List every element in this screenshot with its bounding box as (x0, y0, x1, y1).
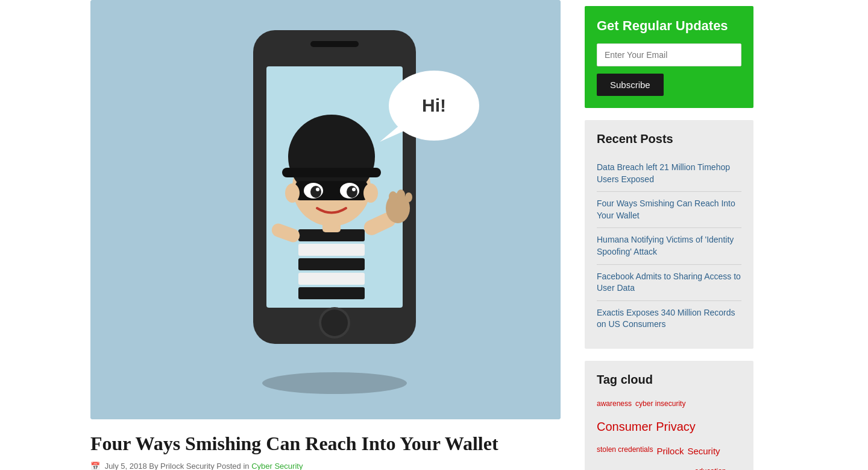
recent-post-item: Four Ways Smishing Can Reach Into Your W… (597, 192, 741, 228)
article-meta-text: July 5, 2018 By Prilock Security Posted … (105, 462, 250, 470)
svg-rect-14 (298, 287, 365, 299)
tag-link[interactable]: Security (687, 442, 720, 460)
sidebar: Get Regular Updates Subscribe Recent Pos… (573, 0, 766, 470)
tag-link[interactable]: education (694, 464, 726, 470)
svg-point-17 (389, 191, 397, 202)
svg-rect-3 (310, 41, 359, 47)
subscribe-button[interactable]: Subscribe (597, 74, 664, 96)
svg-point-6 (262, 372, 407, 394)
tag-cloud-title: Tag cloud (597, 373, 741, 387)
recent-posts-title: Recent Posts (597, 132, 741, 146)
tag-link[interactable]: Consumer (597, 414, 652, 439)
calendar-icon: 📅 (90, 462, 100, 470)
tag-cloud-list: awarenesscyber insecurityConsumerPrivacy… (597, 396, 741, 470)
tag-link[interactable]: stolen credentials (597, 442, 653, 460)
recent-post-link[interactable]: Humana Notifying Victims of 'Identity Sp… (597, 234, 741, 258)
recent-posts-widget: Recent Posts Data Breach left 21 Million… (585, 120, 753, 349)
svg-point-31 (352, 188, 356, 191)
tag-link[interactable]: Prilock (656, 442, 684, 460)
svg-point-28 (310, 186, 321, 198)
svg-text:Hi!: Hi! (422, 95, 446, 115)
svg-point-29 (347, 186, 357, 198)
tag-link[interactable]: phishing (597, 464, 691, 470)
newsletter-title: Get Regular Updates (597, 18, 741, 34)
svg-point-32 (285, 183, 300, 203)
newsletter-widget: Get Regular Updates Subscribe (585, 6, 753, 108)
svg-point-5 (321, 310, 348, 336)
recent-post-link[interactable]: Exactis Exposes 340 Million Records on U… (597, 307, 741, 331)
hero-illustration: Hi! (90, 0, 561, 419)
svg-rect-12 (298, 258, 365, 270)
svg-rect-11 (298, 244, 365, 256)
svg-point-18 (397, 189, 405, 200)
svg-rect-24 (282, 168, 381, 177)
tag-link[interactable]: awareness (597, 396, 632, 411)
svg-point-33 (363, 183, 378, 203)
email-input[interactable] (597, 43, 741, 66)
hero-image: Hi! (90, 0, 561, 419)
tag-link[interactable]: Privacy (656, 414, 696, 439)
recent-post-item: Data Breach left 21 Million Timehop User… (597, 156, 741, 192)
tag-link[interactable]: cyber insecurity (635, 396, 685, 411)
recent-post-item: Humana Notifying Victims of 'Identity Sp… (597, 228, 741, 264)
recent-post-item: Facebook Admits to Sharing Access to Use… (597, 265, 741, 301)
recent-post-item: Exactis Exposes 340 Million Records on U… (597, 301, 741, 337)
svg-point-30 (316, 188, 319, 191)
svg-point-19 (405, 192, 412, 202)
article-category-link[interactable]: Cyber Security (251, 462, 303, 470)
recent-posts-list: Data Breach left 21 Million Timehop User… (597, 156, 741, 337)
tag-cloud-widget: Tag cloud awarenesscyber insecurityConsu… (585, 361, 753, 470)
svg-rect-13 (298, 273, 365, 285)
recent-post-link[interactable]: Facebook Admits to Sharing Access to Use… (597, 271, 741, 294)
article-title: Four Ways Smishing Can Reach Into Your W… (90, 431, 561, 457)
article-meta: 📅 July 5, 2018 By Prilock Security Poste… (90, 462, 561, 470)
recent-post-link[interactable]: Data Breach left 21 Million Timehop User… (597, 162, 741, 185)
recent-post-link[interactable]: Four Ways Smishing Can Reach Into Your W… (597, 198, 741, 221)
main-content: Hi! (0, 0, 573, 470)
